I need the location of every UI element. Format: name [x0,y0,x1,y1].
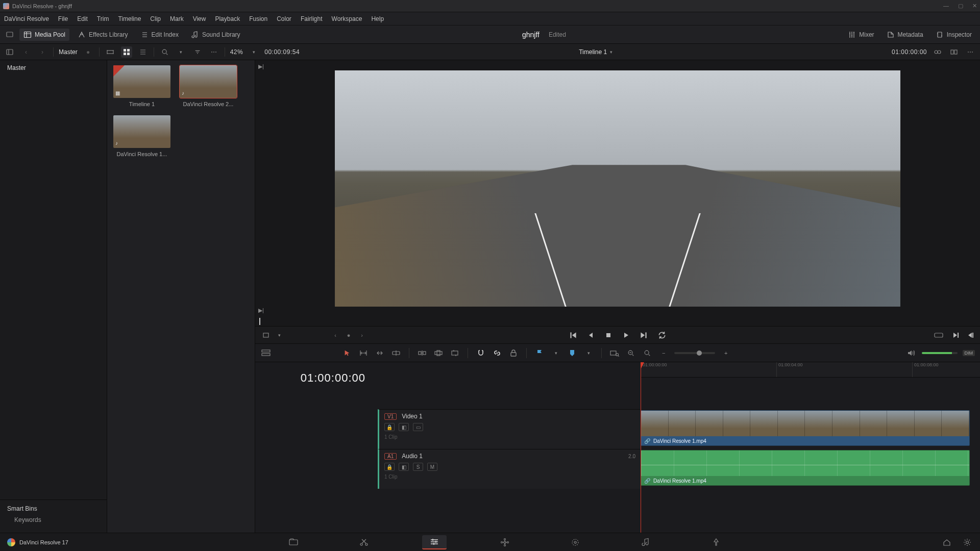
volume-slider[interactable] [922,352,958,354]
prev-edit-small[interactable]: ‹ [330,330,341,341]
viewer-scrub-bar[interactable] [255,317,980,326]
next-clip-button[interactable] [951,331,960,339]
full-extent-zoom-button[interactable] [609,347,620,359]
solo-button[interactable]: S [413,463,423,471]
marker-menu[interactable]: ▾ [583,347,594,359]
metadata-toggle[interactable]: Metadata [883,29,927,41]
page-media[interactable] [281,535,306,549]
media-clip[interactable]: ♪ DaVinci Resolve 2... [179,65,238,107]
timeline-name-menu[interactable]: ▾ [610,49,612,55]
menu-clip[interactable]: Clip [150,15,161,22]
sort-button[interactable] [192,46,203,58]
inspector-toggle[interactable]: Inspector [932,29,976,41]
next-edit-small[interactable]: › [356,330,368,341]
bin-master[interactable]: Master [7,64,100,71]
track-enable-button[interactable]: ▭ [413,423,423,431]
menu-edit[interactable]: Edit [77,15,88,22]
menu-mark[interactable]: Mark [170,15,184,22]
blade-tool[interactable] [390,347,402,359]
selection-tool[interactable] [341,347,353,359]
timeline-timecode[interactable]: 01:00:00:00 [301,371,365,385]
media-pool-toggle[interactable]: Media Pool [19,29,69,41]
menu-fusion[interactable]: Fusion [249,15,267,22]
auto-select-button[interactable]: ◧ [399,423,409,431]
snap-toggle[interactable] [475,347,486,359]
video-clip[interactable]: 🔗 DaVinci Resolve 1.mp4 [641,410,970,446]
go-last-frame-button[interactable] [639,331,648,340]
menu-view[interactable]: View [193,15,206,22]
dim-button[interactable]: DIM [963,350,975,356]
media-options-button[interactable]: ⋯ [208,46,219,58]
overwrite-clip-button[interactable] [433,347,444,359]
home-button[interactable] [941,537,952,548]
transform-overlay-button[interactable] [260,330,272,341]
video-track-header[interactable]: V1 Video 1 🔒 ◧ ▭ 1 Clip [378,409,641,449]
source-timecode[interactable]: 00:00:09:54 [264,48,300,56]
video-track-tag[interactable]: V1 [384,413,397,420]
search-button[interactable] [159,46,170,58]
menu-workspace[interactable]: Workspace [332,15,362,22]
menu-help[interactable]: Help [371,15,384,22]
mark-in-out-button[interactable] [933,330,944,341]
timeline-view-options-button[interactable] [260,347,272,359]
media-clip[interactable]: ♪ DaVinci Resolve 1... [112,115,172,157]
zoom-slider[interactable] [674,352,715,354]
page-cut[interactable] [352,535,376,549]
playhead[interactable] [641,362,641,533]
stop-button[interactable] [604,331,612,339]
menu-playback[interactable]: Playback [215,15,240,22]
viewer-zoom-level[interactable]: 42% [230,48,243,56]
audio-clip[interactable]: 🔗 DaVinci Resolve 1.mp4 [641,450,970,486]
audio-track-header[interactable]: A1 Audio 1 2.0 🔒 ◧ S M 1 Clip [378,449,641,489]
view-list-button[interactable] [137,46,149,58]
bypass-grades-button[interactable] [932,46,943,58]
menu-trim[interactable]: Trim [97,15,109,22]
window-maximize-button[interactable]: ▢ [958,3,963,9]
record-timecode[interactable]: 01:00:00:00 [892,48,927,56]
dynamic-trim-tool[interactable] [374,347,385,359]
viewer-zoom-menu[interactable]: ▾ [248,46,259,58]
edit-index-toggle[interactable]: Edit Index [136,29,183,41]
viewer-options-button[interactable]: ⋯ [965,46,976,58]
step-back-button[interactable] [587,331,595,339]
transform-overlay-menu[interactable]: ▾ [274,330,285,341]
search-options-button[interactable]: ▾ [176,46,187,58]
mixer-toggle[interactable]: Mixer [844,29,878,41]
match-frame-button[interactable]: ▶| [258,63,264,70]
loop-button[interactable] [657,331,667,340]
auto-select-button[interactable]: ◧ [399,463,409,471]
zoom-in-button[interactable]: + [720,347,731,359]
menu-file[interactable]: File [58,15,68,22]
view-thumbnail-button[interactable] [121,46,132,58]
menu-color[interactable]: Color [277,15,291,22]
track-lock-button[interactable]: 🔒 [384,423,395,431]
jump-end-button[interactable]: ▶| [258,307,264,314]
menu-timeline[interactable]: Timeline [118,15,141,22]
link-toggle[interactable] [492,347,503,359]
page-color[interactable] [563,535,587,549]
custom-zoom-button[interactable] [642,347,653,359]
page-deliver[interactable] [704,535,728,549]
menu-fairlight[interactable]: Fairlight [301,15,323,22]
last-clip-button[interactable] [967,331,975,339]
window-minimize-button[interactable]: — [943,3,949,9]
timeline-ruler[interactable]: 01:00:00:00 01:00:04:00 01:00:08:00 [641,362,980,378]
bin-sidebar-toggle[interactable] [4,46,15,58]
position-lock-toggle[interactable] [508,347,519,359]
page-edit[interactable] [422,535,447,549]
track-lock-button[interactable]: 🔒 [384,463,395,471]
effects-library-toggle[interactable]: Effects Library [74,29,132,41]
sound-library-toggle[interactable]: Sound Library [187,29,244,41]
fullscreen-viewer-button[interactable] [4,29,15,40]
marker-button[interactable] [567,347,578,359]
trim-tool[interactable] [358,347,369,359]
flag-button[interactable] [534,347,545,359]
replace-clip-button[interactable] [449,347,460,359]
page-fusion[interactable] [493,535,517,549]
media-clip[interactable]: ▦ Timeline 1 [112,65,172,107]
view-filmstrip-button[interactable] [105,46,116,58]
program-viewer[interactable]: ▶| ▶| [255,60,980,317]
menu-app[interactable]: DaVinci Resolve [4,15,49,22]
mute-track-button[interactable]: M [427,463,437,471]
go-first-frame-button[interactable] [569,331,578,340]
